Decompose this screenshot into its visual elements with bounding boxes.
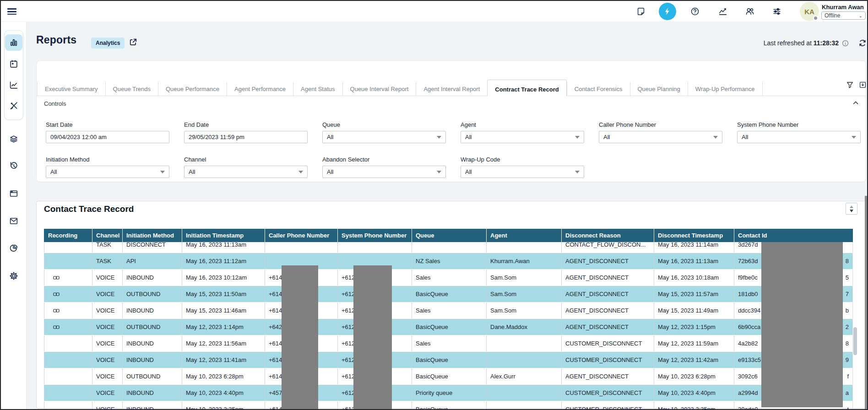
col-header[interactable]: Queue bbox=[412, 229, 487, 242]
report-tab[interactable]: Queue Planning bbox=[630, 82, 688, 96]
cell-agent: Sam.Som bbox=[487, 302, 562, 319]
cell-disconnect-reason: AGENT_DISCONNECT bbox=[562, 302, 654, 319]
cell-contact-id: 72b63d bbox=[738, 258, 758, 264]
report-tab[interactable]: Queue Performance bbox=[158, 82, 227, 96]
avatar[interactable]: KA bbox=[800, 2, 819, 21]
cell-initiation-method: INBOUND bbox=[123, 302, 182, 319]
cell-queue: BasicQueue bbox=[412, 352, 487, 368]
table-stepper bbox=[846, 203, 857, 215]
table-scrollbar-thumb[interactable] bbox=[853, 327, 857, 355]
filter-label: End Date bbox=[184, 121, 308, 128]
filter-input[interactable]: 09/04/2023 12:00 am bbox=[46, 131, 169, 143]
stepper-up-icon[interactable] bbox=[850, 205, 853, 208]
report-tab[interactable]: Queue Trends bbox=[105, 82, 158, 96]
agent-status-select[interactable]: Offline ⌄ bbox=[821, 11, 866, 20]
col-header[interactable]: Channel bbox=[92, 229, 123, 242]
help-icon[interactable] bbox=[690, 6, 700, 16]
sidebar-item-browser-window[interactable] bbox=[5, 185, 22, 202]
col-header[interactable]: Disconnect Reason bbox=[562, 229, 654, 242]
realtime-bolt-button[interactable] bbox=[659, 3, 676, 20]
filter-input[interactable]: All bbox=[322, 131, 446, 143]
filter-input[interactable]: All bbox=[737, 131, 861, 143]
cell-initiation-timestamp: May 10, 2023 3:35pm bbox=[182, 401, 265, 410]
col-header[interactable]: Initiation Timestamp bbox=[182, 229, 265, 242]
cell-contact-id-end: 5 bbox=[846, 274, 849, 281]
recording-link-icon[interactable] bbox=[53, 307, 60, 314]
sidebar-item-history[interactable] bbox=[5, 157, 22, 174]
cell-contact-id: 4a2b82 bbox=[738, 340, 758, 347]
filter-input[interactable]: All bbox=[322, 166, 446, 178]
filter-value: All bbox=[189, 168, 195, 175]
report-tab[interactable]: Contact Forensics bbox=[567, 82, 630, 96]
col-header[interactable]: Disconnect Timestamp bbox=[654, 229, 734, 242]
report-tab[interactable]: Agent Interval Report bbox=[416, 82, 487, 96]
sidebar-item-mail[interactable] bbox=[5, 213, 22, 229]
sidebar-item-pie-chart[interactable] bbox=[5, 240, 22, 256]
cell-disconnect-timestamp: May 10, 2023 4:40pm bbox=[654, 385, 734, 401]
sidebar-item-reports[interactable] bbox=[5, 34, 22, 51]
col-header[interactable]: Caller Phone Number bbox=[265, 229, 338, 242]
recording-link-icon[interactable] bbox=[53, 324, 60, 331]
report-tab[interactable]: Queue Interval Report bbox=[342, 82, 416, 96]
table-row: VOICE INBOUND May 10, 2023 3:35pm +614 +… bbox=[44, 401, 853, 410]
report-tab[interactable]: Wrap-Up Performance bbox=[688, 82, 763, 96]
settings-sliders-icon[interactable] bbox=[772, 6, 782, 16]
cell-contact-id-end: t bbox=[847, 406, 849, 410]
redaction-caller-phone bbox=[282, 265, 318, 410]
sidebar-item-design-tools[interactable] bbox=[5, 97, 22, 114]
stepper-down-icon[interactable] bbox=[850, 210, 853, 212]
sidebar-item-calendar[interactable] bbox=[5, 56, 22, 72]
info-icon[interactable] bbox=[841, 39, 849, 47]
filter-field: Wrap-Up Code All bbox=[461, 156, 584, 178]
table-row: VOICE INBOUND May 12, 2023 11:56am +614 … bbox=[44, 335, 853, 352]
sidebar-item-settings[interactable] bbox=[5, 268, 22, 284]
collapse-chevron-up-icon[interactable] bbox=[852, 99, 860, 107]
cell-queue: Sales bbox=[412, 270, 487, 286]
cell-agent: Alex.Gurr bbox=[487, 368, 562, 385]
filter-input[interactable]: All bbox=[461, 166, 584, 178]
report-tab[interactable]: Executive Summary bbox=[37, 82, 105, 96]
filter-input[interactable]: 29/05/2023 11:59 pm bbox=[184, 131, 308, 143]
cell-contact-id: e9133c5 bbox=[738, 356, 761, 363]
cell-channel: VOICE bbox=[92, 401, 123, 410]
page-scrollbar[interactable] bbox=[865, 196, 868, 410]
notes-icon[interactable] bbox=[636, 6, 646, 16]
sidebar-item-line-chart[interactable] bbox=[5, 77, 22, 93]
cell-disconnect-timestamp: May 15, 2023 11:49am bbox=[654, 302, 734, 319]
users-icon[interactable] bbox=[745, 6, 755, 16]
redaction-contact-id bbox=[761, 242, 843, 407]
col-header[interactable]: Agent bbox=[487, 229, 562, 242]
cell-contact-id-end: 8 bbox=[846, 340, 849, 347]
cell-initiation-method: OUTBOUND bbox=[123, 368, 182, 385]
recording-link-icon[interactable] bbox=[53, 274, 60, 281]
filter-input[interactable]: All bbox=[46, 166, 169, 178]
report-tab[interactable]: Agent Performance bbox=[227, 82, 293, 96]
page-title: Reports bbox=[36, 34, 76, 46]
sidebar-item-layers[interactable] bbox=[5, 131, 22, 147]
filter-input[interactable]: All bbox=[461, 131, 584, 143]
col-header[interactable]: Initiation Method bbox=[123, 229, 182, 242]
recording-link-icon[interactable] bbox=[53, 291, 60, 298]
external-link-icon[interactable] bbox=[128, 37, 138, 47]
col-header[interactable]: Contact Id bbox=[734, 229, 853, 242]
col-header[interactable]: Recording bbox=[44, 229, 92, 242]
report-tab[interactable]: Contract Trace Record bbox=[487, 80, 566, 96]
cell-channel: VOICE bbox=[92, 368, 123, 385]
filter-label: Agent bbox=[461, 121, 584, 128]
filter-field: Abandon Selector All bbox=[322, 156, 446, 178]
report-tab[interactable]: Agent Status bbox=[293, 82, 342, 96]
filter-value: All bbox=[742, 134, 748, 140]
metrics-chart-icon[interactable] bbox=[718, 6, 728, 16]
cell-contact-id-end: 8 bbox=[846, 258, 849, 264]
filter-field: Queue All bbox=[322, 121, 446, 143]
filter-funnel-icon[interactable] bbox=[846, 81, 854, 89]
hamburger-menu-icon[interactable] bbox=[7, 7, 16, 16]
filter-input[interactable]: All bbox=[599, 131, 722, 143]
col-header[interactable]: System Phone Number bbox=[338, 229, 412, 242]
user-name: Khurram Awan bbox=[822, 4, 866, 11]
filter-field: Initiation Method All bbox=[46, 156, 169, 178]
filter-field: Caller Phone Number All bbox=[599, 121, 722, 143]
filter-input[interactable]: All bbox=[184, 166, 308, 178]
refresh-icon[interactable] bbox=[858, 38, 867, 48]
download-icon[interactable] bbox=[858, 81, 867, 89]
